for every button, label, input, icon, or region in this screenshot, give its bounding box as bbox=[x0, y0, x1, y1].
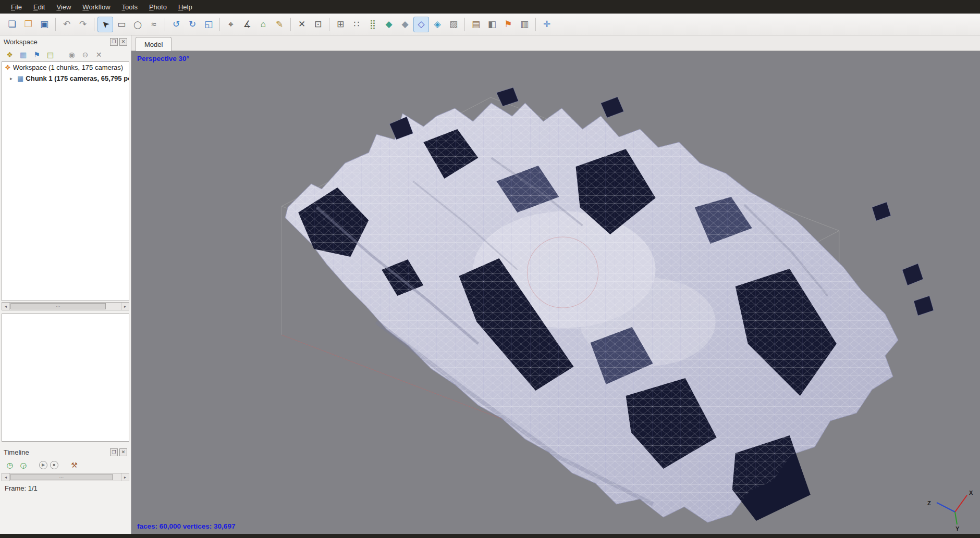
workspace-hscrollbar[interactable]: ◂ ⋯ ▸ bbox=[2, 302, 129, 310]
timeline-float-icon[interactable]: ❐ bbox=[110, 448, 118, 456]
import-icon[interactable]: ▤ bbox=[45, 49, 56, 60]
rotate-model-icon[interactable]: ↺ bbox=[168, 17, 184, 32]
view-tabbar: Model bbox=[131, 35, 980, 51]
remove-frame-icon[interactable]: ◶ bbox=[18, 460, 29, 471]
toolbar-separator bbox=[219, 18, 220, 31]
menu-file[interactable]: File bbox=[5, 1, 28, 13]
model-wireframe-icon[interactable]: ◇ bbox=[413, 17, 429, 32]
axis-gizmo: X Z Y bbox=[927, 490, 973, 532]
measure-icon[interactable]: ∡ bbox=[239, 17, 255, 32]
empty-pane bbox=[2, 314, 129, 442]
toolbar-separator bbox=[464, 18, 465, 31]
move-origin-icon[interactable]: ⌖ bbox=[223, 17, 239, 32]
menu-view[interactable]: View bbox=[51, 1, 77, 13]
menu-help[interactable]: Help bbox=[173, 1, 198, 13]
scroll-right-icon[interactable]: ▸ bbox=[121, 473, 129, 481]
tab-model[interactable]: Model bbox=[136, 37, 172, 51]
show-masks-icon[interactable]: ◧ bbox=[484, 17, 500, 32]
point-cloud-icon[interactable]: ∷ bbox=[349, 17, 364, 32]
menu-edit[interactable]: Edit bbox=[28, 1, 51, 13]
disable-item-icon[interactable]: ⊖ bbox=[80, 49, 91, 60]
freeform-selection-icon[interactable]: ≈ bbox=[146, 17, 162, 32]
scroll-track[interactable]: ⋯ bbox=[10, 303, 121, 310]
chunk-node-label: Chunk 1 (175 cameras, 65,795 points) bbox=[26, 74, 129, 82]
timeline-toolbar: ◷ ◶ ▶ ■ ⚒ bbox=[0, 458, 131, 472]
new-document-icon[interactable]: ❏ bbox=[4, 17, 20, 32]
scroll-left-icon[interactable]: ◂ bbox=[2, 473, 10, 481]
model-3d-view[interactable]: X Z Y bbox=[131, 51, 980, 534]
workspace-panel-header: Workspace ❐ ✕ bbox=[0, 35, 131, 48]
model-viewport[interactable]: X Z Y Perspective 30° faces: 60,000 vert… bbox=[131, 51, 980, 534]
add-frame-icon[interactable]: ◷ bbox=[4, 460, 15, 471]
draw-polyline-icon[interactable]: ✎ bbox=[272, 17, 287, 32]
play-icon[interactable]: ▶ bbox=[39, 461, 47, 469]
rectangle-selection-icon[interactable]: ▭ bbox=[114, 17, 129, 32]
workspace-toolbar: ❖ ▦ ⚑ ▤ ◉ ⊖ ✕ bbox=[0, 48, 131, 61]
show-cameras-icon[interactable]: ⊞ bbox=[333, 17, 348, 32]
resize-region-icon[interactable]: ◱ bbox=[201, 17, 216, 32]
y-axis-label: Y bbox=[956, 526, 960, 532]
toolbar-separator bbox=[535, 18, 536, 31]
x-axis-label: X bbox=[969, 490, 973, 496]
timeline-hscrollbar[interactable]: ◂ ⋯ ▸ bbox=[2, 473, 129, 481]
scroll-track[interactable]: ⋯ bbox=[10, 473, 121, 481]
dense-cloud-icon[interactable]: ⣿ bbox=[365, 17, 381, 32]
chunk-expander-icon[interactable]: ▸ bbox=[10, 76, 15, 81]
workspace-node-icon: ❖ bbox=[5, 64, 11, 71]
save-icon[interactable]: ▣ bbox=[36, 17, 52, 32]
scroll-thumb[interactable]: ⋯ bbox=[10, 474, 113, 480]
timeline-panel-title: Timeline bbox=[4, 448, 108, 456]
redo-icon[interactable]: ↷ bbox=[75, 17, 91, 32]
undo-icon[interactable]: ↶ bbox=[59, 17, 75, 32]
workspace-panel-title: Workspace bbox=[4, 38, 108, 46]
metashape-window: File Edit View Workflow Tools Photo Help… bbox=[0, 0, 980, 538]
workspace-float-icon[interactable]: ❐ bbox=[110, 38, 118, 46]
add-photos-icon[interactable]: ▦ bbox=[18, 49, 29, 60]
sidebar: Workspace ❐ ✕ ❖ ▦ ⚑ ▤ ◉ ⊖ ✕ ❖ Workspace … bbox=[0, 35, 131, 534]
delete-selection-icon[interactable]: ✕ bbox=[294, 17, 310, 32]
model-confidence-icon[interactable]: ◈ bbox=[430, 17, 445, 32]
navigation-cursor-glyph: ➤ bbox=[100, 18, 111, 30]
model-textured-icon[interactable]: ▨ bbox=[446, 17, 461, 32]
move-tool-icon[interactable]: ✛ bbox=[539, 17, 555, 32]
tree-item-chunk[interactable]: ▸ ▦ Chunk 1 (175 cameras, 65,795 points) bbox=[2, 73, 129, 84]
open-folder-icon[interactable]: ❐ bbox=[20, 17, 36, 32]
model-shaded-icon[interactable]: ◆ bbox=[381, 17, 397, 32]
navigation-cursor-icon[interactable]: ➤ bbox=[97, 17, 113, 32]
crop-selection-icon[interactable]: ⊡ bbox=[310, 17, 326, 32]
ellipse-selection-icon[interactable]: ◯ bbox=[130, 17, 145, 32]
timeline-close-icon[interactable]: ✕ bbox=[119, 448, 127, 456]
menu-photo[interactable]: Photo bbox=[143, 1, 173, 13]
toolbar-separator bbox=[290, 18, 291, 31]
rotate-region-icon[interactable]: ↻ bbox=[185, 17, 200, 32]
stop-icon[interactable]: ■ bbox=[50, 461, 58, 469]
toolbar-separator bbox=[55, 18, 56, 31]
mesh-stats-label: faces: 60,000 vertices: 30,697 bbox=[137, 522, 235, 530]
menu-workflow[interactable]: Workflow bbox=[77, 1, 116, 13]
enable-item-icon[interactable]: ◉ bbox=[66, 49, 77, 60]
remove-item-icon[interactable]: ✕ bbox=[93, 49, 104, 60]
scroll-left-icon[interactable]: ◂ bbox=[2, 303, 10, 310]
tree-item-workspace[interactable]: ❖ Workspace (1 chunks, 175 cameras) bbox=[2, 62, 129, 73]
menu-tools[interactable]: Tools bbox=[116, 1, 143, 13]
settings-icon[interactable]: ⚒ bbox=[69, 460, 80, 471]
workspace-close-icon[interactable]: ✕ bbox=[119, 38, 127, 46]
capture-view-icon[interactable]: ▥ bbox=[517, 17, 532, 32]
scroll-thumb[interactable]: ⋯ bbox=[10, 303, 106, 309]
chunk-node-icon: ▦ bbox=[17, 74, 23, 82]
model-solid-icon[interactable]: ◆ bbox=[397, 17, 413, 32]
workspace-node-label: Workspace (1 chunks, 175 cameras) bbox=[13, 64, 123, 71]
toolbar-separator bbox=[165, 18, 165, 31]
add-marker-icon[interactable]: ⚑ bbox=[31, 49, 42, 60]
draw-polygon-icon[interactable]: ⌂ bbox=[255, 17, 271, 32]
model-mesh bbox=[285, 87, 934, 522]
z-axis-label: Z bbox=[927, 500, 931, 506]
frame-counter-label: Frame: 1/1 bbox=[0, 481, 131, 495]
show-photos-icon[interactable]: ▤ bbox=[468, 17, 484, 32]
main-toolbar: ❏ ❐ ▣ ↶ ↷ ➤ ▭ ◯ ≈ ↺ ↻ ◱ ⌖ ∡ ⌂ ✎ ✕ ⊡ ⊞ ∷ … bbox=[0, 14, 980, 35]
show-markers-icon[interactable]: ⚑ bbox=[500, 17, 516, 32]
scroll-right-icon[interactable]: ▸ bbox=[121, 303, 129, 310]
timeline-panel-header: Timeline ❐ ✕ bbox=[0, 446, 131, 458]
add-chunk-icon[interactable]: ❖ bbox=[4, 49, 15, 60]
window-statusbar bbox=[0, 534, 980, 538]
